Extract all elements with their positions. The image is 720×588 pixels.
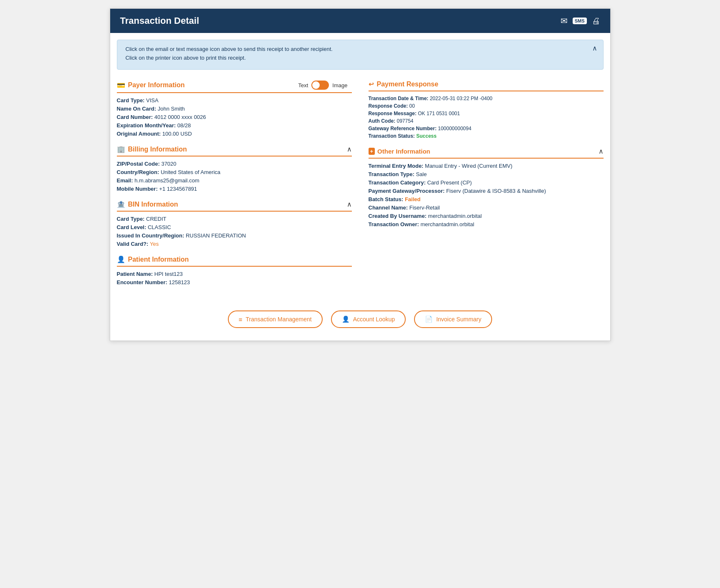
- footer: ≡ Transaction Management 👤 Account Looku…: [110, 298, 610, 341]
- encounter-number-row: Encounter Number: 1258123: [117, 279, 352, 285]
- txn-type-row: Transaction Type: Sale: [369, 171, 604, 177]
- payment-response-fields: Transaction Date & Time: 2022-05-31 03:2…: [369, 96, 604, 139]
- valid-card-row: Valid Card?: Yes: [117, 241, 352, 247]
- billing-section-title: 🏢 Billing Information: [117, 145, 187, 153]
- sms-badge: SMS: [573, 18, 587, 24]
- account-lookup-label: Account Lookup: [353, 316, 395, 323]
- patient-section-header: 👤 Patient Information: [117, 255, 352, 267]
- payment-response-header: ↩ Payment Response: [369, 81, 604, 91]
- zip-row: ZIP/Postal Code: 37020: [117, 161, 352, 167]
- banner-collapse-button[interactable]: ∧: [592, 44, 597, 52]
- toggle-switch[interactable]: [311, 81, 329, 90]
- transaction-management-label: Transaction Management: [245, 316, 311, 323]
- payer-section: 💳 Payer Information Text Image: [117, 81, 352, 137]
- response-message-row: Response Message: OK 171 0531 0001: [369, 111, 604, 116]
- gateway-ref-row: Gateway Reference Number: 100000000094: [369, 126, 604, 131]
- issued-country-row: Issued In Country/Region: RUSSIAN FEDERA…: [117, 232, 352, 239]
- other-section-title: + Other Information: [369, 148, 430, 155]
- page-header: Transaction Detail ✉ SMS 🖨: [110, 9, 610, 33]
- invoice-summary-label: Invoice Summary: [436, 316, 481, 323]
- other-collapse-button[interactable]: ∧: [599, 147, 604, 155]
- billing-section-header: 🏢 Billing Information ∧: [117, 145, 352, 156]
- card-number-row: Card Number: 4012 0000 xxxx 0026: [117, 114, 352, 120]
- plus-square-icon: +: [369, 148, 375, 155]
- payer-fields: Card Type: VISA Name On Card: John Smith…: [117, 97, 352, 137]
- name-on-card-row: Name On Card: John Smith: [117, 106, 352, 112]
- email-icon: ✉: [561, 16, 568, 26]
- main-content: 💳 Payer Information Text Image: [110, 76, 610, 298]
- left-panel: 💳 Payer Information Text Image: [117, 81, 360, 294]
- payer-section-title: 💳 Payer Information: [117, 81, 185, 89]
- patient-icon: 👤: [117, 255, 125, 263]
- card-type-row: Card Type: VISA: [117, 97, 352, 103]
- original-amount-row: Original Amount: 100.00 USD: [117, 131, 352, 137]
- payer-header-group: 💳 Payer Information Text Image: [117, 81, 352, 90]
- reply-icon: ↩: [369, 81, 374, 88]
- payment-response-section: ↩ Payment Response Transaction Date & Ti…: [369, 81, 604, 139]
- patient-section-title: 👤 Patient Information: [117, 255, 189, 263]
- transaction-management-icon: ≡: [239, 316, 243, 323]
- other-section: + Other Information ∧ Terminal Entry Mod…: [369, 147, 604, 227]
- bin-section: 🏦 BIN Information ∧ Card Type: CREDIT Ca…: [117, 200, 352, 247]
- txn-status-row: Transaction Status: Success: [369, 133, 604, 139]
- view-toggle[interactable]: Text Image: [298, 81, 348, 90]
- print-icon: 🖨: [592, 16, 600, 26]
- txn-category-row: Transaction Category: Card Present (CP): [369, 179, 604, 186]
- payer-section-header: 💳 Payer Information Text Image: [117, 81, 352, 93]
- patient-fields: Patient Name: HPI test123 Encounter Numb…: [117, 271, 352, 285]
- txn-datetime-row: Transaction Date & Time: 2022-05-31 03:2…: [369, 96, 604, 101]
- expiration-row: Expiration Month/Year: 08/28: [117, 122, 352, 129]
- bin-collapse-button[interactable]: ∧: [347, 200, 352, 208]
- email-icon-button[interactable]: ✉: [561, 16, 568, 26]
- right-panel: ↩ Payment Response Transaction Date & Ti…: [360, 81, 604, 294]
- channel-name-row: Channel Name: Fiserv-Retail: [369, 204, 604, 211]
- mobile-row: Mobile Number: +1 1234567891: [117, 186, 352, 192]
- billing-collapse-button[interactable]: ∧: [347, 145, 352, 153]
- batch-status-row: Batch Status: Failed: [369, 196, 604, 202]
- account-lookup-button[interactable]: 👤 Account Lookup: [331, 310, 406, 328]
- country-row: Country/Region: United States of America: [117, 169, 352, 175]
- email-row: Email: h.m.abrams25@gmail.com: [117, 177, 352, 184]
- header-icons: ✉ SMS 🖨: [561, 16, 600, 26]
- txn-owner-row: Transaction Owner: merchantadmin.orbital: [369, 221, 604, 227]
- invoice-summary-icon: 📄: [425, 315, 433, 323]
- credit-card-icon: 💳: [117, 81, 125, 89]
- response-code-row: Response Code: 00: [369, 103, 604, 109]
- bin-fields: Card Type: CREDIT Card Level: CLASSIC Is…: [117, 216, 352, 247]
- banner-line1: Click on the email or text message icon …: [126, 46, 595, 52]
- print-icon-button[interactable]: 🖨: [592, 16, 600, 26]
- toggle-image-label: Image: [332, 82, 347, 88]
- bin-card-type-row: Card Type: CREDIT: [117, 216, 352, 222]
- payment-gateway-row: Payment Gateway/Processor: Fiserv (Dataw…: [369, 188, 604, 194]
- bin-section-title: 🏦 BIN Information: [117, 200, 178, 208]
- other-section-fields: Terminal Entry Mode: Manual Entry - Wire…: [369, 163, 604, 227]
- card-level-row: Card Level: CLASSIC: [117, 224, 352, 230]
- payment-response-title: ↩ Payment Response: [369, 81, 439, 88]
- patient-name-row: Patient Name: HPI test123: [117, 271, 352, 277]
- account-lookup-icon: 👤: [342, 315, 350, 323]
- toggle-slider: [311, 81, 329, 90]
- created-by-row: Created By Username: merchantadmin.orbit…: [369, 213, 604, 219]
- auth-code-row: Auth Code: 097754: [369, 118, 604, 124]
- info-banner: Click on the email or text message icon …: [117, 40, 604, 70]
- sms-icon-button[interactable]: SMS: [573, 18, 587, 24]
- bank-icon: 🏦: [117, 200, 125, 208]
- page-title: Transaction Detail: [120, 15, 200, 26]
- other-section-header: + Other Information ∧: [369, 147, 604, 159]
- transaction-management-button[interactable]: ≡ Transaction Management: [228, 310, 323, 328]
- invoice-summary-button[interactable]: 📄 Invoice Summary: [414, 310, 492, 328]
- bin-section-header: 🏦 BIN Information ∧: [117, 200, 352, 212]
- billing-section: 🏢 Billing Information ∧ ZIP/Postal Code:…: [117, 145, 352, 192]
- toggle-knob: [312, 81, 320, 89]
- terminal-entry-row: Terminal Entry Mode: Manual Entry - Wire…: [369, 163, 604, 169]
- patient-section: 👤 Patient Information Patient Name: HPI …: [117, 255, 352, 285]
- building-icon: 🏢: [117, 145, 125, 153]
- toggle-text-label: Text: [298, 82, 308, 88]
- banner-line2: Click on the printer icon above to print…: [126, 55, 595, 61]
- billing-fields: ZIP/Postal Code: 37020 Country/Region: U…: [117, 161, 352, 192]
